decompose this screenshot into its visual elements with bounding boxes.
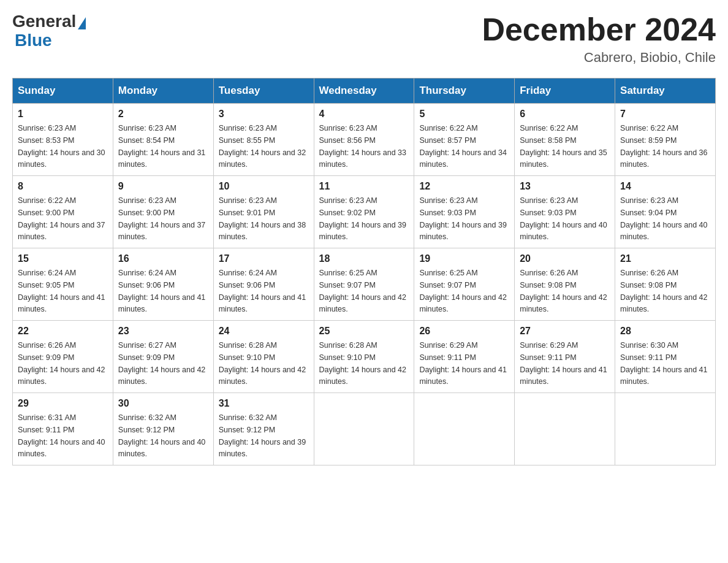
day-info: Sunrise: 6:22 AMSunset: 8:58 PMDaylight:… [520, 124, 607, 169]
calendar-cell: 23 Sunrise: 6:27 AMSunset: 9:09 PMDaylig… [113, 321, 213, 393]
day-number: 4 [319, 109, 409, 120]
calendar-cell: 27 Sunrise: 6:29 AMSunset: 9:11 PMDaylig… [515, 321, 615, 393]
day-number: 23 [118, 326, 208, 337]
calendar-cell: 16 Sunrise: 6:24 AMSunset: 9:06 PMDaylig… [113, 248, 213, 321]
day-info: Sunrise: 6:23 AMSunset: 8:53 PMDaylight:… [18, 124, 105, 169]
day-number: 31 [219, 398, 309, 409]
day-number: 30 [118, 398, 208, 409]
day-info: Sunrise: 6:24 AMSunset: 9:05 PMDaylight:… [18, 269, 105, 313]
day-info: Sunrise: 6:22 AMSunset: 9:00 PMDaylight:… [18, 196, 105, 241]
calendar-week-row: 22 Sunrise: 6:26 AMSunset: 9:09 PMDaylig… [13, 321, 716, 393]
day-number: 12 [419, 181, 509, 192]
day-info: Sunrise: 6:28 AMSunset: 9:10 PMDaylight:… [219, 341, 306, 386]
calendar-cell [414, 393, 515, 465]
day-info: Sunrise: 6:23 AMSunset: 9:03 PMDaylight:… [520, 196, 607, 241]
day-number: 15 [18, 253, 108, 264]
calendar-cell: 6 Sunrise: 6:22 AMSunset: 8:58 PMDayligh… [515, 104, 615, 176]
day-number: 18 [319, 253, 409, 264]
calendar-cell: 26 Sunrise: 6:29 AMSunset: 9:11 PMDaylig… [414, 321, 515, 393]
calendar-cell: 7 Sunrise: 6:22 AMSunset: 8:59 PMDayligh… [615, 104, 716, 176]
logo: General Blue [12, 12, 86, 50]
day-info: Sunrise: 6:23 AMSunset: 9:00 PMDaylight:… [118, 196, 205, 241]
day-info: Sunrise: 6:26 AMSunset: 9:09 PMDaylight:… [18, 341, 105, 386]
calendar-header-tuesday: Tuesday [213, 79, 314, 104]
day-info: Sunrise: 6:26 AMSunset: 9:08 PMDaylight:… [620, 269, 707, 313]
calendar-cell: 17 Sunrise: 6:24 AMSunset: 9:06 PMDaylig… [213, 248, 314, 321]
day-number: 6 [520, 109, 610, 120]
day-number: 10 [219, 181, 309, 192]
day-info: Sunrise: 6:24 AMSunset: 9:06 PMDaylight:… [118, 269, 205, 313]
calendar-header-monday: Monday [113, 79, 213, 104]
day-info: Sunrise: 6:22 AMSunset: 8:59 PMDaylight:… [620, 124, 707, 169]
calendar-week-row: 8 Sunrise: 6:22 AMSunset: 9:00 PMDayligh… [13, 176, 716, 248]
day-info: Sunrise: 6:23 AMSunset: 9:03 PMDaylight:… [419, 196, 506, 241]
day-number: 28 [620, 326, 710, 337]
day-number: 20 [520, 253, 610, 264]
calendar-cell: 22 Sunrise: 6:26 AMSunset: 9:09 PMDaylig… [13, 321, 113, 393]
calendar-cell: 3 Sunrise: 6:23 AMSunset: 8:55 PMDayligh… [213, 104, 314, 176]
day-info: Sunrise: 6:25 AMSunset: 9:07 PMDaylight:… [419, 269, 506, 313]
day-info: Sunrise: 6:23 AMSunset: 8:55 PMDaylight:… [219, 124, 306, 169]
calendar-cell: 30 Sunrise: 6:32 AMSunset: 9:12 PMDaylig… [113, 393, 213, 465]
day-info: Sunrise: 6:23 AMSunset: 9:04 PMDaylight:… [620, 196, 707, 241]
day-number: 21 [620, 253, 710, 264]
calendar-cell: 25 Sunrise: 6:28 AMSunset: 9:10 PMDaylig… [314, 321, 414, 393]
calendar-week-row: 1 Sunrise: 6:23 AMSunset: 8:53 PMDayligh… [13, 104, 716, 176]
day-info: Sunrise: 6:30 AMSunset: 9:11 PMDaylight:… [620, 341, 707, 386]
day-info: Sunrise: 6:29 AMSunset: 9:11 PMDaylight:… [520, 341, 607, 386]
page-subtitle: Cabrero, Biobio, Chile [482, 50, 716, 66]
day-number: 26 [419, 326, 509, 337]
day-number: 17 [219, 253, 309, 264]
day-info: Sunrise: 6:23 AMSunset: 8:56 PMDaylight:… [319, 124, 406, 169]
calendar-cell: 28 Sunrise: 6:30 AMSunset: 9:11 PMDaylig… [615, 321, 716, 393]
calendar-cell: 8 Sunrise: 6:22 AMSunset: 9:00 PMDayligh… [13, 176, 113, 248]
day-number: 29 [18, 398, 108, 409]
calendar-cell: 29 Sunrise: 6:31 AMSunset: 9:11 PMDaylig… [13, 393, 113, 465]
calendar-cell: 19 Sunrise: 6:25 AMSunset: 9:07 PMDaylig… [414, 248, 515, 321]
day-info: Sunrise: 6:23 AMSunset: 8:54 PMDaylight:… [118, 124, 205, 169]
day-number: 13 [520, 181, 610, 192]
calendar-cell: 13 Sunrise: 6:23 AMSunset: 9:03 PMDaylig… [515, 176, 615, 248]
calendar-cell: 2 Sunrise: 6:23 AMSunset: 8:54 PMDayligh… [113, 104, 213, 176]
calendar-cell: 10 Sunrise: 6:23 AMSunset: 9:01 PMDaylig… [213, 176, 314, 248]
day-number: 25 [319, 326, 409, 337]
calendar-cell: 4 Sunrise: 6:23 AMSunset: 8:56 PMDayligh… [314, 104, 414, 176]
day-number: 16 [118, 253, 208, 264]
day-number: 24 [219, 326, 309, 337]
calendar-cell: 31 Sunrise: 6:32 AMSunset: 9:12 PMDaylig… [213, 393, 314, 465]
calendar-cell: 14 Sunrise: 6:23 AMSunset: 9:04 PMDaylig… [615, 176, 716, 248]
page-header: General Blue December 2024 Cabrero, Biob… [12, 12, 716, 66]
day-number: 19 [419, 253, 509, 264]
day-number: 11 [319, 181, 409, 192]
day-info: Sunrise: 6:32 AMSunset: 9:12 PMDaylight:… [219, 413, 306, 458]
calendar-cell: 21 Sunrise: 6:26 AMSunset: 9:08 PMDaylig… [615, 248, 716, 321]
day-info: Sunrise: 6:22 AMSunset: 8:57 PMDaylight:… [419, 124, 506, 169]
calendar-cell: 9 Sunrise: 6:23 AMSunset: 9:00 PMDayligh… [113, 176, 213, 248]
calendar-cell [314, 393, 414, 465]
day-info: Sunrise: 6:28 AMSunset: 9:10 PMDaylight:… [319, 341, 406, 386]
calendar-table: SundayMondayTuesdayWednesdayThursdayFrid… [12, 78, 716, 465]
calendar-cell: 20 Sunrise: 6:26 AMSunset: 9:08 PMDaylig… [515, 248, 615, 321]
day-number: 9 [118, 181, 208, 192]
calendar-cell: 24 Sunrise: 6:28 AMSunset: 9:10 PMDaylig… [213, 321, 314, 393]
logo-arrow-icon [78, 17, 86, 29]
day-number: 1 [18, 109, 108, 120]
calendar-cell: 18 Sunrise: 6:25 AMSunset: 9:07 PMDaylig… [314, 248, 414, 321]
calendar-cell [615, 393, 716, 465]
day-number: 5 [419, 109, 509, 120]
calendar-header-saturday: Saturday [615, 79, 716, 104]
day-info: Sunrise: 6:31 AMSunset: 9:11 PMDaylight:… [18, 413, 105, 458]
day-info: Sunrise: 6:24 AMSunset: 9:06 PMDaylight:… [219, 269, 306, 313]
day-number: 22 [18, 326, 108, 337]
day-info: Sunrise: 6:26 AMSunset: 9:08 PMDaylight:… [520, 269, 607, 313]
day-number: 2 [118, 109, 208, 120]
day-number: 3 [219, 109, 309, 120]
calendar-cell: 11 Sunrise: 6:23 AMSunset: 9:02 PMDaylig… [314, 176, 414, 248]
calendar-header-friday: Friday [515, 79, 615, 104]
calendar-cell: 15 Sunrise: 6:24 AMSunset: 9:05 PMDaylig… [13, 248, 113, 321]
calendar-week-row: 29 Sunrise: 6:31 AMSunset: 9:11 PMDaylig… [13, 393, 716, 465]
calendar-header-wednesday: Wednesday [314, 79, 414, 104]
title-block: December 2024 Cabrero, Biobio, Chile [482, 12, 716, 66]
logo-blue-text: Blue [15, 31, 52, 50]
day-info: Sunrise: 6:25 AMSunset: 9:07 PMDaylight:… [319, 269, 406, 313]
